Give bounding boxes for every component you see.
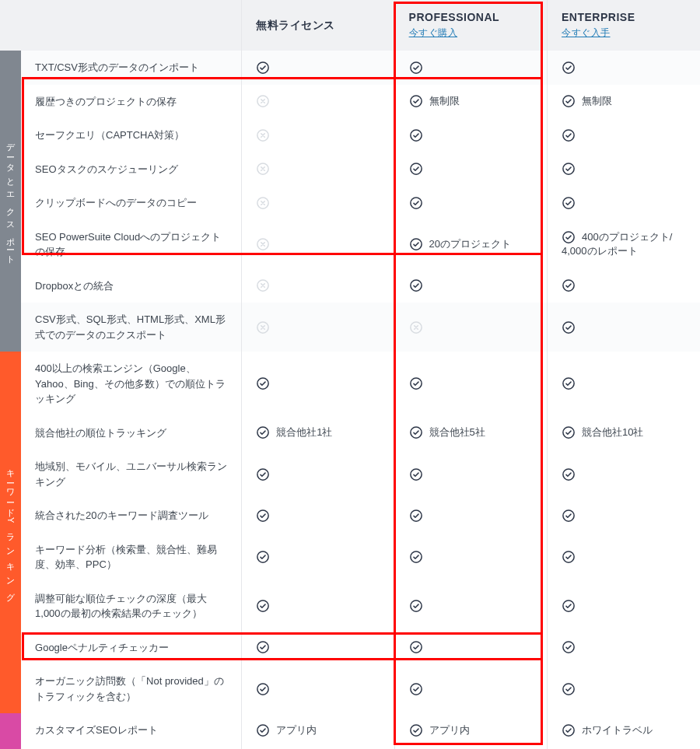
svg-point-2 — [563, 62, 574, 73]
svg-point-41 — [563, 600, 574, 611]
check-icon — [562, 320, 576, 334]
cell-professional — [394, 499, 547, 533]
svg-point-48 — [257, 725, 268, 736]
cell-text: 無制限 — [429, 95, 460, 107]
cell-enterprise: 競合他社10社 — [548, 416, 700, 450]
cross-icon — [256, 128, 270, 142]
cell-text: 無制限 — [582, 95, 612, 107]
check-icon — [256, 61, 270, 75]
table-row: SEO PowerSuite Cloudへのプロジェクトの保存20のプロジェクト… — [0, 220, 700, 269]
svg-point-30 — [257, 468, 268, 479]
svg-point-11 — [563, 163, 574, 174]
cell-enterprise — [548, 303, 700, 352]
svg-point-8 — [563, 130, 574, 141]
cell-free — [242, 631, 394, 665]
svg-point-23 — [563, 321, 574, 332]
plan-title: 無料ライセンス — [256, 19, 335, 31]
cell-enterprise — [548, 631, 700, 665]
svg-point-29 — [563, 427, 574, 438]
check-icon — [562, 278, 576, 292]
cell-enterprise — [548, 664, 700, 713]
table-row: キーワード分析（検索量、競合性、難易度、効率、PPC） — [0, 533, 700, 582]
check-icon — [409, 237, 423, 251]
feature-label: SEOタスクのスケジューリング — [21, 152, 242, 187]
feature-label: CSV形式、SQL形式、HTML形式、XML形式でのデータのエクスポート — [21, 303, 242, 352]
cross-icon — [256, 320, 270, 334]
table-row: レポートカスタマイズSEOレポートアプリ内アプリ内ホワイトラベル — [0, 713, 700, 747]
cell-text: 競合他社5社 — [429, 426, 485, 438]
svg-point-24 — [257, 378, 268, 389]
cell-free: アプリ内 — [242, 713, 394, 747]
header-row: 無料ライセンス PROFESSIONAL 今すぐ購入 ENTERPRISE 今す… — [0, 0, 700, 51]
svg-point-34 — [410, 510, 421, 521]
get-now-link[interactable]: 今すぐ入手 — [562, 26, 686, 40]
feature-label: オーガニック訪問数（「Not provided」のトラフィックを含む） — [21, 664, 242, 713]
cell-free — [242, 186, 394, 220]
check-icon — [562, 682, 576, 696]
cross-icon — [256, 94, 270, 108]
svg-point-38 — [563, 551, 574, 562]
cell-text: ホワイトラベル — [582, 724, 653, 736]
buy-now-link[interactable]: 今すぐ購入 — [409, 26, 533, 40]
svg-point-14 — [563, 198, 574, 208]
header-blank-side — [0, 0, 21, 51]
plan-header-professional: PROFESSIONAL 今すぐ購入 — [394, 0, 547, 51]
cross-icon — [409, 320, 423, 334]
pricing-table: 無料ライセンス PROFESSIONAL 今すぐ購入 ENTERPRISE 今す… — [0, 0, 700, 749]
check-icon — [256, 467, 270, 481]
cell-professional — [394, 450, 547, 499]
cell-free — [242, 220, 394, 269]
category-label: キーワードYランキング — [0, 352, 21, 713]
cell-professional — [394, 631, 547, 665]
cell-enterprise: 400のプロジェクト/ 4,000のレポート — [548, 220, 700, 269]
cell-free — [242, 533, 394, 582]
check-icon — [256, 509, 270, 523]
feature-label: 競合他社の順位トラッキング — [21, 416, 242, 450]
svg-point-7 — [410, 130, 421, 141]
feature-label: TXT/CSV形式のデータのインポート — [21, 51, 242, 85]
table-row: 競合他社の順位トラッキング競合他社1社競合他社5社競合他社10社 — [0, 416, 700, 450]
svg-point-49 — [410, 725, 421, 736]
check-icon — [409, 599, 423, 613]
cell-enterprise — [548, 51, 700, 85]
cell-enterprise — [548, 118, 700, 152]
cell-text: 20のプロジェクト — [429, 238, 511, 250]
svg-point-19 — [410, 280, 421, 291]
check-icon — [562, 467, 576, 481]
check-icon — [409, 550, 423, 564]
cell-professional: 20のプロジェクト — [394, 220, 547, 269]
cell-professional — [394, 303, 547, 352]
check-icon — [409, 278, 423, 292]
cell-professional: 競合他社5社 — [394, 416, 547, 450]
check-icon — [409, 94, 423, 108]
table-row: 地域別、モバイル、ユニバーサル検索ランキング — [0, 450, 700, 499]
svg-point-26 — [563, 378, 574, 389]
table-row: オーガニック訪問数（「Not provided」のトラフィックを含む） — [0, 664, 700, 713]
svg-point-4 — [410, 96, 421, 107]
cell-free — [242, 118, 394, 152]
svg-point-35 — [563, 510, 574, 521]
svg-point-16 — [410, 239, 421, 250]
check-icon — [409, 425, 423, 439]
svg-point-0 — [257, 62, 268, 73]
svg-point-27 — [257, 427, 268, 438]
table-row: Googleペナルティチェッカー — [0, 631, 700, 665]
svg-point-10 — [410, 163, 421, 174]
svg-point-46 — [410, 683, 421, 694]
svg-point-13 — [410, 198, 421, 208]
plan-header-enterprise: ENTERPRISE 今すぐ入手 — [548, 0, 700, 51]
cell-professional — [394, 51, 547, 85]
svg-point-25 — [410, 378, 421, 389]
feature-label: カスタマイズSEOレポート — [21, 713, 242, 747]
svg-point-50 — [563, 725, 574, 736]
svg-point-42 — [257, 642, 268, 653]
cross-icon — [256, 196, 270, 210]
table-row: 履歴つきのプロジェクトの保存無制限無制限 — [0, 85, 700, 119]
cell-free — [242, 664, 394, 713]
cross-icon — [256, 237, 270, 251]
svg-point-1 — [410, 62, 421, 73]
cell-professional — [394, 352, 547, 416]
feature-label: 地域別、モバイル、ユニバーサル検索ランキング — [21, 450, 242, 499]
check-icon — [409, 196, 423, 210]
check-icon — [409, 640, 423, 654]
